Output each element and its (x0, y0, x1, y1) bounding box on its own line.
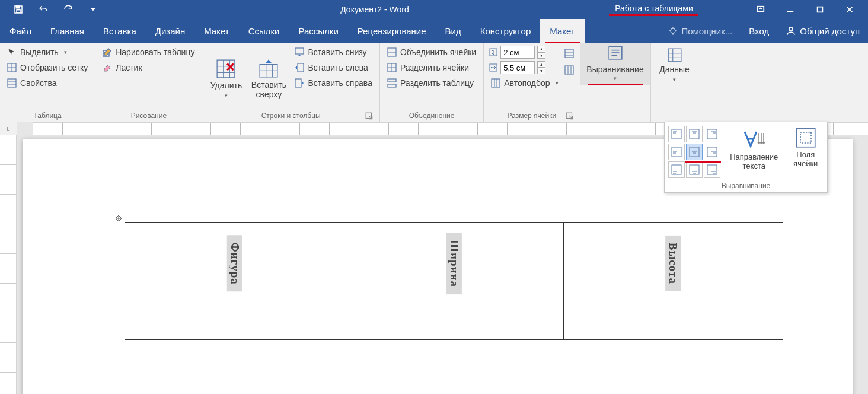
eraser-label: Ластик (116, 63, 142, 72)
spin-up[interactable]: ▲ (537, 61, 545, 68)
close-button[interactable] (836, 0, 863, 19)
ribbon-display-options-button[interactable] (747, 0, 774, 19)
split-table-button[interactable]: Разделить таблицу (385, 76, 478, 90)
eraser-button[interactable]: Ластик (100, 61, 197, 75)
group-label: Размер ячейки (489, 110, 575, 122)
tab-mailings[interactable]: Рассылки (289, 19, 347, 43)
delete-button[interactable]: Удалить ▾ (207, 45, 245, 110)
sign-in-button[interactable]: Вход (741, 26, 777, 36)
svg-rect-88 (800, 132, 811, 143)
properties-button[interactable]: Свойства (5, 76, 90, 90)
table-cell[interactable] (344, 322, 564, 340)
table-cell[interactable]: Высота (564, 223, 783, 304)
spin-up[interactable]: ▲ (537, 46, 545, 52)
row-height-input[interactable] (500, 46, 535, 59)
tab-insert[interactable]: Вставка (94, 19, 146, 43)
select-button[interactable]: Выделить (5, 45, 90, 59)
distribute-columns-button[interactable] (563, 63, 575, 77)
autofit-button[interactable]: Автоподбор (489, 76, 560, 90)
table-row[interactable] (125, 322, 783, 340)
merge-cells-button[interactable]: Объединить ячейки (385, 45, 478, 59)
svg-rect-74 (707, 147, 717, 157)
tab-references[interactable]: Ссылки (239, 19, 289, 43)
dialog-launcher-icon[interactable] (566, 112, 574, 120)
tell-me-search[interactable]: Помощник... (660, 26, 741, 36)
qat-customize-button[interactable] (81, 0, 106, 19)
tab-file[interactable]: Файл (0, 19, 41, 43)
align-top-center-button[interactable] (686, 126, 703, 142)
tab-table-layout[interactable]: Макет (540, 19, 584, 43)
alignment-dropdown-button[interactable]: Выравнивание ▾ (580, 43, 650, 85)
group-rows-columns: Удалить ▾ Вставить сверху Вставить снизу… (202, 43, 379, 122)
share-label: Общий доступ (800, 26, 860, 36)
text-direction-label: Направление текста (724, 153, 784, 171)
tab-home[interactable]: Главная (41, 19, 94, 43)
distribute-rows-button[interactable] (563, 46, 575, 61)
split-cells-button[interactable]: Разделить ячейки (385, 61, 478, 75)
insert-below-icon (295, 47, 304, 57)
table-cell[interactable] (344, 304, 564, 322)
align-top-left-button[interactable] (668, 126, 685, 142)
column-width-input[interactable] (500, 61, 535, 74)
merge-cells-icon (387, 47, 397, 57)
row-height-field[interactable]: ▲▼ (489, 45, 560, 59)
cell-margins-button[interactable]: Поля ячейки (788, 126, 824, 178)
svg-rect-41 (492, 79, 500, 87)
maximize-button[interactable] (806, 0, 834, 19)
chevron-down-icon: ▾ (225, 93, 228, 99)
share-button[interactable]: Общий доступ (777, 26, 868, 36)
draw-table-button[interactable]: Нарисовать таблицу (100, 45, 197, 59)
insert-below-button[interactable]: Вставить снизу (292, 45, 374, 59)
align-bottom-left-button[interactable] (668, 161, 685, 178)
table-cell[interactable] (564, 322, 783, 340)
column-width-field[interactable]: ▲▼ (489, 61, 560, 75)
tab-layout[interactable]: Макет (194, 19, 238, 43)
data-label: Данные (659, 65, 690, 74)
align-center-right-button[interactable] (704, 144, 720, 160)
text-direction-button[interactable]: Направление текста (724, 126, 784, 178)
redo-button[interactable] (56, 0, 81, 19)
align-top-right-button[interactable] (704, 126, 720, 142)
tab-selector[interactable]: L (0, 122, 17, 135)
tab-view[interactable]: Вид (436, 19, 471, 43)
align-bottom-right-button[interactable] (704, 161, 720, 178)
tab-table-design[interactable]: Конструктор (471, 19, 541, 43)
insert-left-button[interactable]: Вставить слева (292, 61, 374, 75)
table-cell[interactable]: Ширина (344, 223, 564, 304)
table-cell[interactable] (125, 322, 344, 340)
svg-rect-62 (690, 129, 699, 139)
align-center-center-button[interactable] (686, 144, 703, 160)
align-bottom-center-button[interactable] (686, 161, 703, 178)
view-gridlines-button[interactable]: Отобразить сетку (5, 61, 90, 75)
vertical-ruler[interactable] (0, 135, 17, 394)
height-icon (489, 47, 498, 57)
group-label: Объединение (385, 110, 478, 122)
document-table[interactable]: Фигура Ширина Высота (125, 222, 783, 340)
tab-table-layout-label: Макет (550, 26, 575, 36)
svg-rect-38 (388, 84, 396, 87)
alignment-popup: Направление текста Поля ячейки Выравнива… (664, 122, 828, 193)
dialog-launcher-icon[interactable] (365, 112, 374, 120)
tab-review[interactable]: Рецензирование (348, 19, 436, 43)
table-row[interactable]: Фигура Ширина Высота (125, 223, 783, 304)
tab-design[interactable]: Дизайн (146, 19, 194, 43)
table-cell[interactable]: Фигура (125, 223, 344, 304)
spin-down[interactable]: ▼ (537, 52, 545, 59)
table-cell[interactable] (564, 304, 783, 322)
minimize-button[interactable] (777, 0, 804, 19)
table-row[interactable] (125, 304, 783, 322)
table-cell[interactable] (125, 304, 344, 322)
select-label: Выделить (20, 47, 59, 57)
insert-right-button[interactable]: Вставить справа (292, 76, 374, 90)
insert-above-button[interactable]: Вставить сверху (247, 45, 290, 110)
data-dropdown-button[interactable]: Данные ▾ (656, 45, 694, 82)
spin-down[interactable]: ▼ (537, 68, 545, 74)
distribute-columns-icon (564, 65, 574, 75)
undo-button[interactable] (31, 0, 56, 19)
align-center-left-button[interactable] (668, 144, 685, 160)
group-data: Данные ▾ (651, 43, 698, 122)
save-button[interactable] (6, 0, 31, 19)
svg-rect-68 (672, 147, 681, 157)
table-move-handle[interactable] (114, 214, 123, 223)
highlight-underline (588, 84, 643, 85)
